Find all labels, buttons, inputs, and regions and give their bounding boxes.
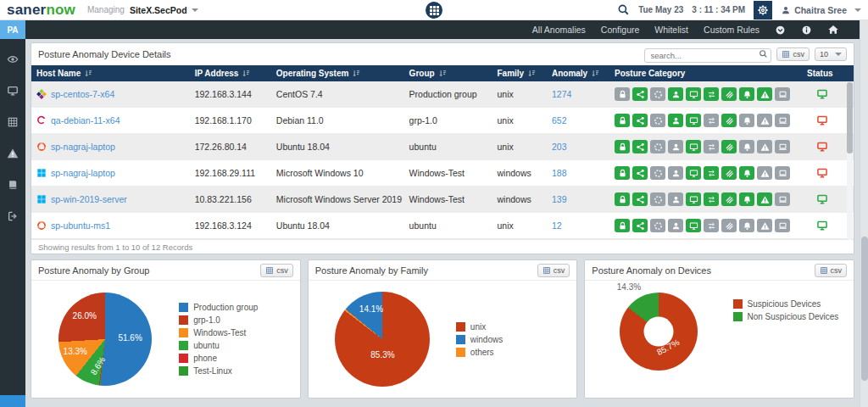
swirl-icon[interactable] bbox=[721, 87, 737, 101]
bell-icon[interactable] bbox=[739, 166, 754, 180]
csv-export-button[interactable]: csv bbox=[776, 47, 810, 61]
lock-icon[interactable] bbox=[615, 114, 630, 127]
logout-icon[interactable] bbox=[7, 208, 19, 223]
table-scrollbar[interactable] bbox=[847, 82, 853, 240]
csv-export-button[interactable]: csv bbox=[537, 264, 570, 277]
laptop-icon[interactable] bbox=[775, 87, 790, 101]
anomaly-count-link[interactable]: 203 bbox=[552, 142, 567, 152]
host-link[interactable]: sp-centos-7-x64 bbox=[51, 89, 114, 99]
column-host-name[interactable]: Host Name bbox=[31, 69, 190, 78]
monitor-icon[interactable] bbox=[686, 140, 701, 153]
user-icon[interactable] bbox=[668, 140, 683, 153]
search-icon[interactable] bbox=[617, 3, 630, 16]
user-icon[interactable] bbox=[668, 192, 683, 206]
share-icon[interactable] bbox=[632, 140, 648, 153]
monitor-icon[interactable] bbox=[686, 87, 701, 101]
monitor-icon[interactable] bbox=[686, 114, 701, 127]
scan-icon[interactable] bbox=[650, 192, 665, 206]
host-link[interactable]: qa-debian-11-x64 bbox=[51, 115, 120, 125]
chevron-circle-down-icon[interactable] bbox=[775, 25, 786, 36]
transfer-icon[interactable] bbox=[704, 192, 719, 206]
anomaly-count-link[interactable]: 139 bbox=[552, 194, 567, 204]
page-size-select[interactable]: 10 bbox=[815, 47, 847, 61]
summary-icon[interactable] bbox=[7, 114, 19, 129]
column-status[interactable]: Status bbox=[802, 69, 843, 78]
swirl-icon[interactable] bbox=[721, 192, 737, 206]
devices-icon[interactable] bbox=[7, 82, 19, 98]
eye-icon[interactable] bbox=[7, 51, 19, 66]
bell-icon[interactable] bbox=[739, 114, 754, 127]
csv-export-button[interactable]: csv bbox=[815, 264, 848, 277]
laptop-icon[interactable] bbox=[775, 114, 790, 127]
column-family[interactable]: Family bbox=[492, 69, 547, 78]
column-ip-address[interactable]: IP Address bbox=[190, 69, 271, 78]
anomaly-count-link[interactable]: 188 bbox=[552, 168, 567, 178]
user-menu[interactable]: Chaitra Sree bbox=[781, 5, 861, 15]
transfer-icon[interactable] bbox=[704, 166, 719, 180]
reports-icon[interactable] bbox=[7, 176, 19, 192]
lock-icon[interactable] bbox=[615, 87, 630, 101]
monitor-icon[interactable] bbox=[686, 219, 701, 232]
user-icon[interactable] bbox=[668, 114, 683, 127]
warning-icon[interactable] bbox=[757, 219, 772, 232]
swirl-icon[interactable] bbox=[721, 114, 737, 127]
user-icon[interactable] bbox=[668, 87, 683, 101]
scan-icon[interactable] bbox=[650, 166, 665, 180]
search-input[interactable] bbox=[644, 48, 771, 63]
laptop-icon[interactable] bbox=[775, 166, 790, 180]
share-icon[interactable] bbox=[632, 87, 648, 101]
share-icon[interactable] bbox=[632, 114, 648, 127]
warning-icon[interactable] bbox=[757, 140, 772, 153]
column-operating-system[interactable]: Operating System bbox=[271, 69, 404, 78]
laptop-icon[interactable] bbox=[775, 140, 790, 153]
scan-icon[interactable] bbox=[650, 219, 665, 232]
host-link[interactable]: sp-ubuntu-ms1 bbox=[51, 220, 110, 231]
share-icon[interactable] bbox=[632, 192, 648, 206]
home-icon[interactable] bbox=[827, 24, 839, 36]
module-tab-pa[interactable]: PA bbox=[0, 20, 25, 39]
swirl-icon[interactable] bbox=[721, 219, 737, 232]
laptop-icon[interactable] bbox=[775, 219, 790, 232]
account-selector[interactable]: SiteX.SecPod bbox=[130, 5, 187, 15]
toolbar-item-configure[interactable]: Configure bbox=[601, 25, 640, 35]
host-link[interactable]: sp-nagraj-laptop bbox=[51, 168, 115, 178]
laptop-icon[interactable] bbox=[775, 192, 790, 206]
user-icon[interactable] bbox=[668, 219, 683, 232]
bell-icon[interactable] bbox=[739, 140, 754, 153]
host-link[interactable]: sp-nagraj-laptop bbox=[51, 142, 115, 152]
anomaly-count-link[interactable]: 12 bbox=[552, 220, 562, 231]
lock-icon[interactable] bbox=[615, 192, 630, 206]
share-icon[interactable] bbox=[632, 166, 648, 180]
toolbar-item-whitelist[interactable]: Whitelist bbox=[654, 25, 688, 35]
bell-icon[interactable] bbox=[739, 192, 754, 206]
settings-gear-icon[interactable] bbox=[754, 1, 772, 20]
monitor-icon[interactable] bbox=[686, 166, 701, 180]
swirl-icon[interactable] bbox=[721, 166, 737, 180]
transfer-icon[interactable] bbox=[704, 140, 719, 153]
column-group[interactable]: Group bbox=[404, 69, 492, 78]
alerts-icon[interactable] bbox=[7, 145, 19, 160]
swirl-icon[interactable] bbox=[721, 140, 737, 153]
scan-icon[interactable] bbox=[650, 114, 665, 127]
host-link[interactable]: sp-win-2019-server bbox=[51, 194, 127, 204]
lock-icon[interactable] bbox=[615, 140, 630, 153]
anomaly-count-link[interactable]: 652 bbox=[552, 115, 567, 125]
warning-icon[interactable] bbox=[757, 166, 772, 180]
csv-export-button[interactable]: csv bbox=[260, 264, 293, 277]
bell-icon[interactable] bbox=[739, 87, 754, 101]
bell-icon[interactable] bbox=[739, 219, 754, 232]
warning-icon[interactable] bbox=[757, 192, 772, 206]
lock-icon[interactable] bbox=[615, 166, 630, 180]
anomaly-count-link[interactable]: 1274 bbox=[552, 89, 571, 99]
app-grid-icon[interactable] bbox=[426, 2, 442, 19]
share-icon[interactable] bbox=[632, 219, 648, 232]
chevron-down-icon[interactable] bbox=[192, 8, 198, 12]
transfer-icon[interactable] bbox=[704, 87, 719, 101]
scan-icon[interactable] bbox=[650, 87, 665, 101]
warning-icon[interactable] bbox=[757, 87, 772, 101]
transfer-icon[interactable] bbox=[704, 219, 719, 232]
warning-icon[interactable] bbox=[757, 114, 772, 127]
window-scrollbar[interactable] bbox=[860, 20, 868, 407]
transfer-icon[interactable] bbox=[704, 114, 719, 127]
toolbar-item-custom-rules[interactable]: Custom Rules bbox=[704, 25, 760, 35]
